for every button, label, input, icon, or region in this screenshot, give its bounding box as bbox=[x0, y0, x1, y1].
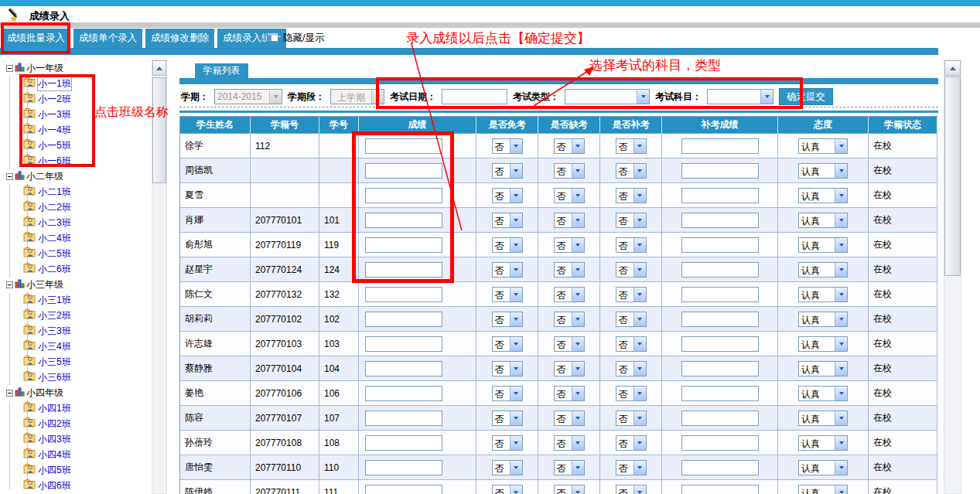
makeup-score-input[interactable] bbox=[681, 287, 759, 302]
absent-select[interactable]: 否 bbox=[554, 386, 585, 401]
exam-date-input[interactable] bbox=[442, 89, 507, 104]
tree-class-link[interactable]: 小三5班 bbox=[38, 356, 71, 369]
makeup-score-input[interactable] bbox=[681, 336, 759, 352]
makeup-select[interactable]: 否 bbox=[616, 460, 647, 475]
main-scroll-thumb[interactable] bbox=[944, 77, 961, 276]
exempt-select[interactable]: 否 bbox=[492, 237, 523, 253]
attitude-select[interactable]: 认真 bbox=[798, 188, 848, 203]
makeup-select[interactable]: 否 bbox=[616, 138, 647, 154]
attitude-select[interactable]: 认真 bbox=[798, 138, 848, 154]
makeup-select[interactable]: 否 bbox=[616, 361, 647, 376]
tree-scrollbar[interactable] bbox=[152, 60, 167, 494]
exempt-select[interactable]: 否 bbox=[492, 213, 523, 228]
makeup-score-input[interactable] bbox=[681, 485, 759, 494]
grade-label[interactable]: 小三年级 bbox=[26, 278, 63, 291]
makeup-select[interactable]: 否 bbox=[616, 262, 647, 278]
grade-label[interactable]: 小二年级 bbox=[26, 170, 63, 183]
attitude-select[interactable]: 认真 bbox=[798, 237, 848, 253]
attitude-select[interactable]: 认真 bbox=[798, 460, 848, 475]
score-input[interactable] bbox=[365, 262, 442, 278]
score-input[interactable] bbox=[365, 213, 442, 228]
score-input[interactable] bbox=[365, 237, 442, 253]
absent-select[interactable]: 否 bbox=[554, 237, 585, 253]
absent-select[interactable]: 否 bbox=[554, 336, 585, 352]
tab-student-list[interactable]: 学籍列表 bbox=[195, 63, 248, 78]
score-input[interactable] bbox=[365, 386, 442, 401]
tree-scroll-up-button[interactable] bbox=[152, 60, 166, 76]
makeup-score-input[interactable] bbox=[681, 460, 759, 475]
tree-scroll-thumb[interactable] bbox=[152, 77, 166, 183]
exempt-select[interactable]: 否 bbox=[492, 411, 523, 426]
tree-class-link[interactable]: 小二5班 bbox=[38, 247, 71, 261]
makeup-score-input[interactable] bbox=[681, 138, 759, 154]
makeup-score-input[interactable] bbox=[681, 386, 759, 401]
toolbar-button-modify-delete[interactable]: 成绩修改删除 bbox=[145, 29, 214, 48]
exempt-select[interactable]: 否 bbox=[492, 435, 523, 451]
exempt-select[interactable]: 否 bbox=[492, 188, 523, 203]
attitude-select[interactable]: 认真 bbox=[798, 287, 848, 302]
tree-class-link[interactable]: 小四5班 bbox=[38, 464, 71, 477]
makeup-score-input[interactable] bbox=[681, 188, 759, 203]
makeup-select[interactable]: 否 bbox=[616, 485, 647, 494]
makeup-select[interactable]: 否 bbox=[616, 435, 647, 451]
makeup-score-input[interactable] bbox=[681, 361, 759, 376]
exam-type-select[interactable] bbox=[565, 89, 650, 104]
exempt-select[interactable]: 否 bbox=[492, 138, 523, 154]
collapse-icon[interactable] bbox=[6, 281, 13, 288]
attitude-select[interactable]: 认真 bbox=[798, 312, 848, 327]
score-input[interactable] bbox=[365, 138, 442, 154]
score-input[interactable] bbox=[365, 411, 442, 426]
main-scroll-up-button[interactable] bbox=[944, 60, 961, 76]
tree-class-link[interactable]: 小一1班 bbox=[38, 77, 71, 90]
absent-select[interactable]: 否 bbox=[554, 361, 585, 376]
score-input[interactable] bbox=[365, 361, 442, 376]
attitude-select[interactable]: 认真 bbox=[798, 213, 848, 228]
makeup-select[interactable]: 否 bbox=[616, 213, 647, 228]
absent-select[interactable]: 否 bbox=[554, 435, 585, 451]
attitude-select[interactable]: 认真 bbox=[798, 386, 848, 401]
absent-select[interactable]: 否 bbox=[554, 213, 585, 228]
main-scrollbar[interactable] bbox=[944, 60, 961, 494]
tree-class-link[interactable]: 小二3班 bbox=[38, 216, 71, 230]
attitude-select[interactable]: 认真 bbox=[798, 163, 848, 179]
absent-select[interactable]: 否 bbox=[554, 163, 585, 179]
hide-show-toggle[interactable]: 隐藏/显示 bbox=[267, 32, 324, 45]
submit-button[interactable]: 确定提交 bbox=[779, 88, 833, 105]
attitude-select[interactable]: 认真 bbox=[798, 262, 848, 278]
tree-class-link[interactable]: 小四6班 bbox=[38, 479, 71, 492]
tree-class-link[interactable]: 小一2班 bbox=[38, 93, 71, 106]
grade-label[interactable]: 小一年级 bbox=[26, 62, 63, 75]
tree-class-link[interactable]: 小二2班 bbox=[38, 201, 71, 214]
absent-select[interactable]: 否 bbox=[554, 485, 585, 494]
makeup-score-input[interactable] bbox=[681, 213, 759, 228]
attitude-select[interactable]: 认真 bbox=[798, 435, 848, 451]
exempt-select[interactable]: 否 bbox=[492, 287, 523, 302]
tree-class-link[interactable]: 小四4班 bbox=[38, 448, 71, 462]
absent-select[interactable]: 否 bbox=[554, 262, 585, 278]
tree-class-link[interactable]: 小四2班 bbox=[38, 417, 71, 431]
absent-select[interactable]: 否 bbox=[554, 188, 585, 203]
makeup-score-input[interactable] bbox=[681, 163, 759, 179]
score-input[interactable] bbox=[365, 336, 442, 352]
attitude-select[interactable]: 认真 bbox=[798, 336, 848, 352]
tree-class-link[interactable]: 小二1班 bbox=[38, 186, 71, 199]
attitude-select[interactable]: 认真 bbox=[798, 411, 848, 426]
tree-class-link[interactable]: 小一6班 bbox=[38, 155, 71, 168]
tree-class-link[interactable]: 小四1班 bbox=[38, 402, 71, 415]
score-input[interactable] bbox=[365, 312, 442, 327]
tree-class-link[interactable]: 小一3班 bbox=[38, 108, 71, 121]
makeup-select[interactable]: 否 bbox=[616, 188, 647, 203]
makeup-score-input[interactable] bbox=[681, 435, 759, 451]
collapse-icon[interactable] bbox=[6, 390, 13, 397]
absent-select[interactable]: 否 bbox=[554, 312, 585, 327]
grade-label[interactable]: 小四年级 bbox=[26, 387, 63, 400]
exempt-select[interactable]: 否 bbox=[492, 386, 523, 401]
exempt-select[interactable]: 否 bbox=[492, 460, 523, 475]
exam-subject-select[interactable] bbox=[707, 89, 773, 104]
attitude-select[interactable]: 认真 bbox=[798, 361, 848, 376]
score-input[interactable] bbox=[365, 460, 442, 475]
exempt-select[interactable]: 否 bbox=[492, 336, 523, 352]
makeup-select[interactable]: 否 bbox=[616, 336, 647, 352]
attitude-select[interactable]: 认真 bbox=[798, 485, 848, 494]
makeup-score-input[interactable] bbox=[681, 237, 759, 253]
